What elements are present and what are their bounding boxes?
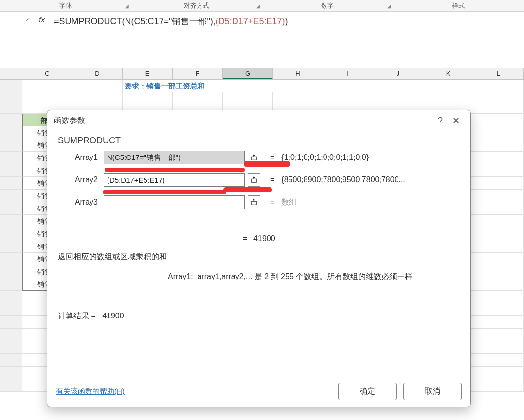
close-icon[interactable]: ✕ — [448, 115, 464, 126]
fx-icon[interactable]: fx — [39, 16, 45, 24]
column-header-E[interactable]: E — [123, 68, 173, 79]
arg-input-array2[interactable] — [104, 173, 245, 187]
help-link[interactable]: 有关该函数的帮助(H) — [56, 387, 125, 396]
ribbon-group-align[interactable]: 对齐方式◢ — [131, 1, 262, 10]
cancel-button[interactable]: 取消 — [403, 383, 462, 400]
column-header-H[interactable]: H — [273, 68, 323, 79]
arg-result: {8500;8900;7800;9500;7800;7800... — [281, 175, 405, 184]
column-headers: CDEFGHIJKL — [0, 68, 524, 80]
formula-text: =SUMPRODUCT( — [54, 17, 125, 26]
annotation-mark — [105, 168, 245, 172]
help-icon[interactable]: ? — [433, 116, 448, 126]
column-header-C[interactable]: C — [22, 68, 72, 79]
column-header-G[interactable]: G — [223, 68, 273, 79]
column-header-L[interactable]: L — [473, 68, 524, 79]
check-icon[interactable]: ✓ — [25, 16, 30, 23]
ok-button[interactable]: 确定 — [338, 383, 397, 400]
argument-description: Array1: array1,array2,... 是 2 到 255 个数组。… — [168, 272, 462, 282]
range-selector-icon[interactable] — [248, 173, 260, 187]
ribbon-group-font[interactable]: 字体◢ — [0, 1, 131, 10]
dialog-launcher-icon[interactable]: ◢ — [387, 3, 391, 8]
formula-arg1: N(C5:C17="销售一部") — [125, 17, 213, 26]
function-name: SUMPRODUCT — [58, 136, 462, 146]
formula-bar: ✓ fx =SUMPRODUCT(N(C5:C17="销售一部"),(D5:D1… — [0, 12, 524, 68]
ribbon-group-number[interactable]: 数字◢ — [262, 1, 393, 10]
arg-label: Array1 — [56, 153, 104, 162]
equals-sign: = — [242, 234, 247, 243]
function-description: 返回相应的数组或区域乘积的和 — [58, 252, 462, 262]
svg-rect-0 — [252, 157, 257, 160]
svg-rect-2 — [252, 201, 257, 205]
function-result: 41900 — [253, 234, 275, 243]
arg-input-array1[interactable] — [104, 151, 245, 164]
arg-label: Array2 — [56, 175, 104, 184]
equals-sign: = — [270, 175, 274, 184]
annotation-mark — [103, 190, 226, 194]
column-header-K[interactable]: K — [423, 68, 473, 79]
annotation-mark — [223, 187, 272, 192]
title-cell: 要求：销售一部工资总和 — [123, 80, 273, 92]
range-selector-icon[interactable] — [248, 195, 260, 209]
calc-result-label: 计算结果 = — [58, 312, 96, 320]
arg-row-array2: Array2={8500;8900;7800;9500;7800;7800... — [56, 173, 462, 187]
dialog-launcher-icon[interactable]: ◢ — [256, 3, 260, 8]
formula-input[interactable]: =SUMPRODUCT(N(C5:C17="销售一部"),(D5:D17+E5:… — [49, 12, 524, 31]
dialog-title: 函数参数 — [54, 116, 85, 126]
ribbon-group-style[interactable]: 样式 — [393, 1, 524, 10]
formula-suffix: ) — [285, 17, 288, 26]
svg-rect-1 — [252, 179, 257, 182]
column-header-J[interactable]: J — [373, 68, 423, 79]
equals-sign: = — [270, 198, 274, 207]
arg-result: {1;0;1;0;0;1;0;0;0;1;1;0;0} — [281, 153, 369, 162]
calc-result-value: 41900 — [102, 312, 124, 320]
arg-result: 数组 — [281, 197, 297, 208]
column-header-F[interactable]: F — [173, 68, 223, 79]
column-header-I[interactable]: I — [323, 68, 373, 79]
ribbon-groups: 字体◢ 对齐方式◢ 数字◢ 样式 — [0, 0, 524, 12]
arg-row-array3: Array3=数组 — [56, 195, 462, 209]
dialog-launcher-icon[interactable]: ◢ — [125, 3, 129, 8]
function-arguments-dialog: 函数参数 ? ✕ SUMPRODUCT Array1={1;0;1;0;0;1;… — [47, 110, 471, 407]
formula-arg2: (D5:D17+E5:E17) — [216, 17, 285, 26]
arg-input-array3[interactable] — [104, 195, 245, 209]
column-header-D[interactable]: D — [72, 68, 123, 79]
annotation-mark — [244, 161, 290, 167]
arg-label: Array3 — [56, 198, 104, 207]
